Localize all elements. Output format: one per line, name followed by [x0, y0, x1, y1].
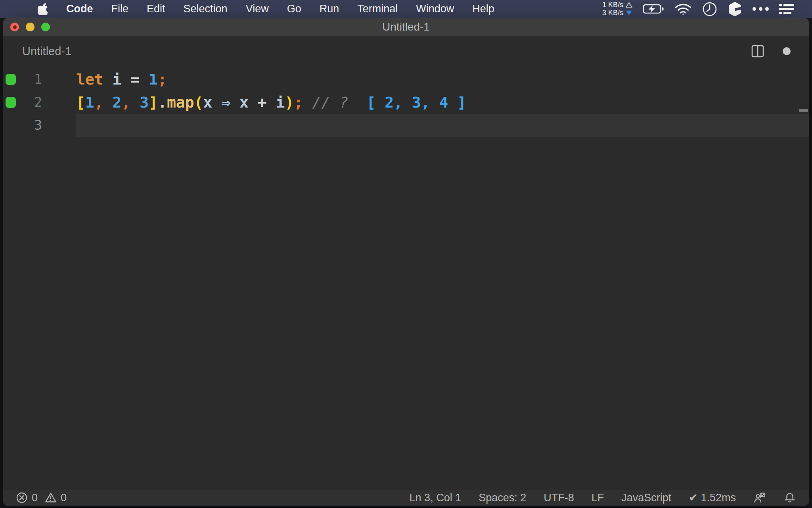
down-triangle-icon — [626, 10, 632, 16]
traffic-lights — [10, 18, 50, 36]
code-text: [1, 2, 3].map(x ⇒ x + i); // ? [ 2, 3, 4… — [76, 91, 466, 114]
errors-icon — [16, 492, 28, 504]
quokka-perf[interactable]: ✔ 1.52ms — [689, 491, 736, 504]
notifications-bell-icon[interactable] — [783, 491, 796, 504]
indentation[interactable]: Spaces: 2 — [479, 492, 526, 504]
title-bar[interactable]: Untitled-1 — [3, 18, 809, 36]
menu-item-window[interactable]: Window — [416, 3, 454, 15]
download-speed-row: 3 KB/s — [602, 9, 632, 17]
quokka-coverage-marker-icon — [6, 97, 16, 108]
battery-charging-icon[interactable] — [643, 4, 664, 15]
menu-item-code[interactable]: Code — [66, 3, 93, 15]
problems-indicator[interactable]: 0 0 — [16, 492, 67, 504]
cursor-position[interactable]: Ln 3, Col 1 — [410, 492, 462, 504]
unsaved-dot-icon — [13, 25, 17, 29]
up-triangle-icon — [626, 2, 632, 8]
tab-label[interactable]: Untitled-1 — [22, 45, 71, 58]
wifi-icon[interactable] — [674, 3, 692, 15]
clock-icon[interactable] — [702, 2, 717, 17]
warning-count: 0 — [61, 492, 67, 504]
eol-selector[interactable]: LF — [592, 492, 604, 504]
line-number: 1 — [19, 68, 42, 91]
menu-bar-status: 1 KB/s 3 KB/s — [602, 1, 794, 17]
close-button[interactable] — [10, 23, 19, 31]
list-menu-icon[interactable] — [779, 4, 794, 15]
encoding[interactable]: UTF-8 — [544, 492, 574, 504]
menu-item-help[interactable]: Help — [472, 3, 494, 15]
editor-header: Untitled-1 — [3, 36, 809, 67]
menu-items: CodeFileEditSelectionViewGoRunTerminalWi… — [66, 3, 494, 15]
network-speed-indicator[interactable]: 1 KB/s 3 KB/s — [602, 1, 632, 17]
split-editor-icon[interactable] — [751, 44, 764, 58]
download-speed: 3 KB/s — [602, 9, 623, 17]
menu-item-run[interactable]: Run — [320, 3, 339, 15]
menu-item-file[interactable]: File — [111, 3, 129, 15]
cube-app-icon[interactable] — [728, 1, 742, 17]
code-text: let i = 1; — [76, 68, 167, 91]
window-title: Untitled-1 — [382, 21, 430, 33]
apple-menu[interactable] — [38, 3, 48, 15]
menu-item-edit[interactable]: Edit — [147, 3, 165, 15]
upload-speed: 1 KB/s — [602, 1, 623, 9]
code-line-1[interactable]: 1let i = 1; — [3, 68, 809, 91]
menu-item-go[interactable]: Go — [287, 3, 301, 15]
menu-item-view[interactable]: View — [246, 3, 269, 15]
menu-item-selection[interactable]: Selection — [184, 3, 228, 15]
menu-item-terminal[interactable]: Terminal — [357, 3, 398, 15]
maximize-button[interactable] — [41, 23, 50, 31]
upload-speed-row: 1 KB/s — [602, 1, 632, 9]
menu-bar: CodeFileEditSelectionViewGoRunTerminalWi… — [0, 0, 812, 18]
ellipsis-icon[interactable] — [753, 7, 769, 11]
language-mode[interactable]: JavaScript — [621, 492, 671, 504]
unsaved-changes-dot[interactable] — [783, 47, 791, 55]
line-number: 2 — [19, 91, 42, 114]
vscode-window: Untitled-1 Untitled-1 1let i = 1;2[1, 2,… — [3, 18, 809, 506]
code-line-3[interactable]: 3 — [3, 114, 809, 137]
minimize-button[interactable] — [26, 23, 34, 31]
quokka-coverage-marker-icon — [6, 74, 16, 85]
editor-actions — [751, 44, 791, 58]
error-count: 0 — [32, 492, 38, 504]
feedback-icon[interactable] — [753, 491, 766, 504]
status-bar: 0 0 Ln 3, Col 1 Spaces: 2 UTF-8 LF JavaS… — [3, 490, 809, 506]
warnings-icon — [45, 492, 57, 504]
overview-ruler-marker[interactable] — [799, 109, 808, 112]
code-line-2[interactable]: 2[1, 2, 3].map(x ⇒ x + i); // ? [ 2, 3, … — [3, 91, 809, 114]
apple-icon — [38, 3, 48, 15]
line-number: 3 — [19, 114, 42, 137]
code-lines: 1let i = 1;2[1, 2, 3].map(x ⇒ x + i); //… — [3, 68, 809, 137]
editor-surface[interactable]: 1let i = 1;2[1, 2, 3].map(x ⇒ x + i); //… — [3, 67, 809, 490]
